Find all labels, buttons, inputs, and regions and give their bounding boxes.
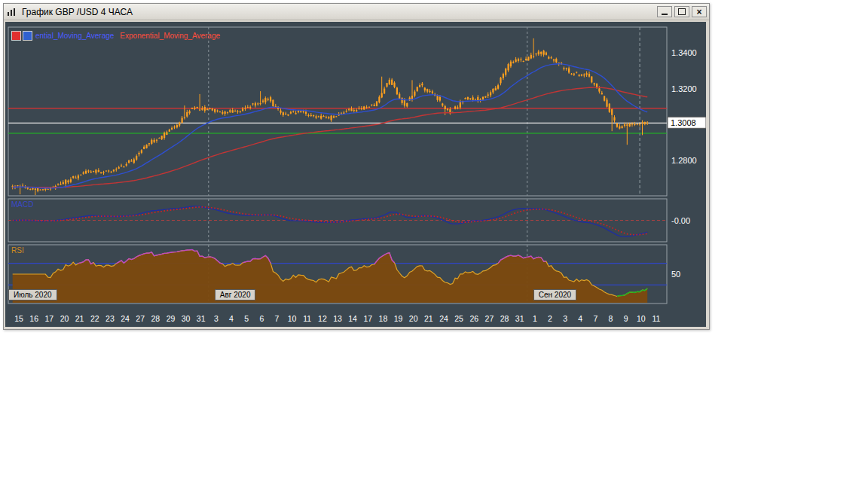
desktop: График GBP /USD 4 ЧАСА × 1.34001.32001.2… <box>0 0 868 488</box>
ema-fast-line <box>13 64 648 188</box>
date-label: 1 <box>533 314 537 323</box>
date-label: 19 <box>394 314 403 323</box>
date-label: 16 <box>29 314 38 323</box>
legend-swatch-red[interactable] <box>11 31 21 41</box>
candles-series <box>12 38 649 195</box>
date-label: 6 <box>259 314 264 323</box>
date-label: 8 <box>609 314 613 323</box>
ema-slow-line <box>13 87 648 188</box>
restore-button[interactable] <box>674 6 689 17</box>
date-label: 4 <box>229 314 234 323</box>
date-label: 3 <box>214 314 219 323</box>
date-label: 11 <box>652 314 660 323</box>
date-label: 14 <box>348 314 357 323</box>
chart-canvas[interactable]: 1.34001.32001.28001.3008-0.0050151617202… <box>5 22 706 327</box>
chart-window: График GBP /USD 4 ЧАСА × 1.34001.32001.2… <box>3 3 710 330</box>
date-label: 2 <box>548 314 552 323</box>
date-label: 20 <box>60 314 69 323</box>
minimize-icon <box>662 14 668 15</box>
date-label: 10 <box>637 314 646 323</box>
rsi-scale-label: 50 <box>671 270 680 279</box>
date-label: 7 <box>593 314 598 323</box>
macd-scale-label: -0.00 <box>671 216 690 225</box>
date-label: 30 <box>182 314 191 323</box>
date-label: 21 <box>75 314 84 323</box>
date-label: 3 <box>563 314 567 323</box>
date-label: 4 <box>578 314 582 323</box>
date-label: 28 <box>151 314 160 323</box>
date-label: 18 <box>379 314 388 323</box>
date-label: 31 <box>197 314 206 323</box>
price-scale-label: 1.2800 <box>671 156 697 165</box>
chart-client-area: 1.34001.32001.28001.3008-0.0050151617202… <box>5 22 706 327</box>
date-label: 12 <box>318 314 327 323</box>
date-label: 22 <box>90 314 99 323</box>
minimize-button[interactable] <box>657 6 672 17</box>
date-label: 29 <box>167 314 176 323</box>
date-label: 23 <box>105 314 115 323</box>
date-label: 15 <box>14 314 23 323</box>
month-marker: Сен 2020 <box>533 289 576 300</box>
current-price-label: 1.3008 <box>671 118 696 127</box>
date-label: 28 <box>500 314 509 323</box>
macd-signal-line <box>13 207 648 235</box>
macd-label: MACD <box>11 200 33 209</box>
macd-line <box>13 206 648 237</box>
macd-series <box>13 206 648 237</box>
date-label: 10 <box>288 314 297 323</box>
indicator-legend: ential_Moving_Average Exponential_Moving… <box>11 31 220 41</box>
date-label: 24 <box>439 314 448 323</box>
price-scale-label: 1.3400 <box>671 48 697 57</box>
month-marker: Июль 2020 <box>8 289 57 300</box>
date-label: 27 <box>136 314 145 323</box>
month-marker: Авг 2020 <box>215 289 256 300</box>
price-scale-label: 1.3200 <box>671 84 697 93</box>
date-label: 26 <box>469 314 478 323</box>
date-label: 31 <box>515 314 524 323</box>
date-label: 24 <box>121 314 130 323</box>
legend-swatch-blue[interactable] <box>23 31 32 41</box>
date-label: 5 <box>244 314 249 323</box>
panel-border <box>8 27 667 196</box>
date-label: 17 <box>363 314 372 323</box>
window-titlebar[interactable]: График GBP /USD 4 ЧАСА × <box>4 4 709 20</box>
date-label: 7 <box>274 314 279 323</box>
date-label: 9 <box>624 314 628 323</box>
chart-icon <box>7 7 19 17</box>
date-label: 27 <box>485 314 494 323</box>
date-label: 13 <box>333 314 342 323</box>
date-label: 25 <box>454 314 463 323</box>
window-title: График GBP /USD 4 ЧАСА <box>22 7 655 17</box>
legend-ema-fast-label: ential_Moving_Average <box>35 32 114 40</box>
close-icon: × <box>696 8 701 16</box>
legend-ema-slow-label: Exponential_Moving_Average <box>120 32 220 40</box>
window-controls: × <box>655 6 707 17</box>
date-label: 17 <box>44 314 53 323</box>
date-label: 11 <box>303 314 311 323</box>
close-button[interactable]: × <box>692 6 707 17</box>
restore-icon <box>678 8 686 15</box>
date-label: 20 <box>409 314 418 323</box>
rsi-label: RSI <box>11 246 24 255</box>
date-label: 21 <box>424 314 433 323</box>
